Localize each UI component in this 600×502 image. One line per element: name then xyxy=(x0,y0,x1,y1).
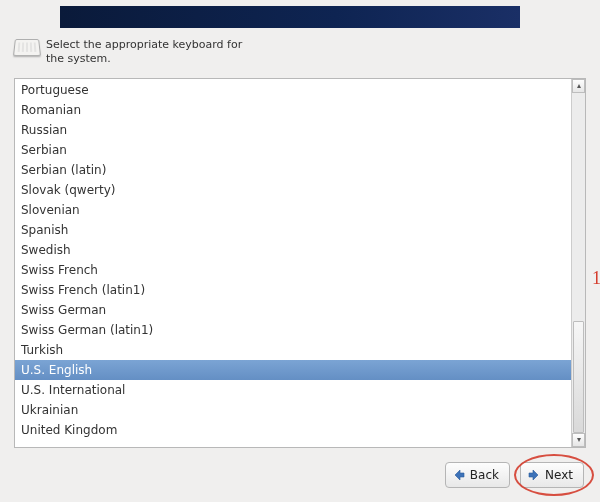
arrow-left-icon xyxy=(452,468,466,482)
list-item[interactable]: Ukrainian xyxy=(15,400,571,420)
list-item[interactable]: Serbian (latin) xyxy=(15,160,571,180)
list-item[interactable]: Spanish xyxy=(15,220,571,240)
list-item[interactable]: Portuguese xyxy=(15,80,571,100)
instruction-row: Select the appropriate keyboard for the … xyxy=(14,38,242,66)
arrow-right-icon xyxy=(527,468,541,482)
list-item[interactable]: Serbian xyxy=(15,140,571,160)
next-button-label: Next xyxy=(545,468,573,482)
back-button[interactable]: Back xyxy=(445,462,510,488)
instruction-text: Select the appropriate keyboard for the … xyxy=(46,38,242,66)
keyboard-listbox[interactable]: PortugueseRomanianRussianSerbianSerbian … xyxy=(14,78,586,448)
keyboard-list[interactable]: PortugueseRomanianRussianSerbianSerbian … xyxy=(15,79,571,447)
instruction-line2: the system. xyxy=(46,52,111,65)
header-banner xyxy=(60,6,520,28)
chevron-down-icon xyxy=(576,437,582,443)
list-item[interactable]: U.S. International xyxy=(15,380,571,400)
list-item[interactable]: Swiss French (latin1) xyxy=(15,280,571,300)
scrollbar[interactable] xyxy=(571,79,585,447)
list-item[interactable]: Swiss German (latin1) xyxy=(15,320,571,340)
list-item[interactable]: Russian xyxy=(15,120,571,140)
next-button[interactable]: Next xyxy=(520,462,584,488)
list-item[interactable]: Slovenian xyxy=(15,200,571,220)
list-item[interactable]: Slovak (qwerty) xyxy=(15,180,571,200)
scrollbar-thumb[interactable] xyxy=(573,321,584,433)
list-item[interactable]: U.S. English xyxy=(15,360,571,380)
stray-annotation-mark: 1 xyxy=(592,268,600,284)
list-item[interactable]: Romanian xyxy=(15,100,571,120)
list-item[interactable]: Swiss German xyxy=(15,300,571,320)
scroll-down-button[interactable] xyxy=(572,433,585,447)
chevron-up-icon xyxy=(576,83,582,89)
list-item[interactable]: Swiss French xyxy=(15,260,571,280)
list-item[interactable]: Swedish xyxy=(15,240,571,260)
scroll-up-button[interactable] xyxy=(572,79,585,93)
nav-button-row: Back Next xyxy=(445,462,584,488)
scrollbar-track[interactable] xyxy=(572,93,585,433)
list-item[interactable]: Turkish xyxy=(15,340,571,360)
back-button-label: Back xyxy=(470,468,499,482)
instruction-line1: Select the appropriate keyboard for xyxy=(46,38,242,51)
keyboard-icon xyxy=(13,39,41,56)
list-item[interactable]: United Kingdom xyxy=(15,420,571,440)
